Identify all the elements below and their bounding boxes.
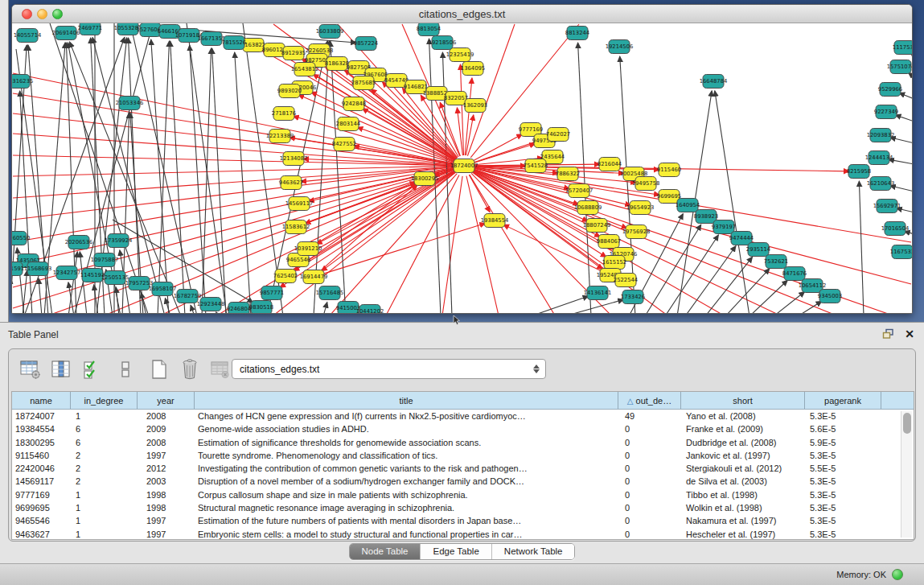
tab-node-table[interactable]: Node Table xyxy=(350,544,421,559)
graph-node-label: 2522544 xyxy=(614,277,638,283)
column-header-title[interactable]: title xyxy=(195,392,618,409)
graph-node-label: 8215958 xyxy=(847,168,871,175)
table-row[interactable]: 977716911998Corpus callosum shape and si… xyxy=(12,488,914,501)
graph-edge-red xyxy=(474,168,911,284)
column-header-year[interactable]: year xyxy=(138,392,195,409)
graph-node-label: 9345003 xyxy=(818,293,842,299)
table-cell: Estimation of the future numbers of pati… xyxy=(195,514,618,527)
graph-edge-black xyxy=(331,41,346,313)
table-row[interactable]: 1872400712008Changes of HCN gene express… xyxy=(12,410,914,422)
table-cell: Franke et al. (2009) xyxy=(681,422,805,435)
graph-edge-black xyxy=(212,48,226,313)
graph-node-label: 9893020 xyxy=(277,88,302,94)
table-row[interactable]: 969969511998Structural magnetic resonanc… xyxy=(12,501,914,514)
tab-network-table[interactable]: Network Table xyxy=(491,544,575,559)
column-header-name[interactable]: name xyxy=(12,392,71,409)
delete-table-button[interactable] xyxy=(179,358,201,381)
new-table-button[interactable] xyxy=(148,358,170,381)
table-mode-button[interactable] xyxy=(19,358,42,381)
table-cell: 0 xyxy=(618,528,681,540)
table-cell: Dudbridge et al. (2008) xyxy=(681,436,805,449)
graph-node-label: 14055714 xyxy=(14,32,42,39)
table-cell: 1 xyxy=(71,501,138,514)
table-cell: Disruption of a novel member of a sodium… xyxy=(195,475,618,488)
float-panel-icon[interactable] xyxy=(882,328,894,340)
window-close-button[interactable] xyxy=(22,9,32,19)
graph-edge-red xyxy=(294,184,417,270)
close-panel-icon[interactable]: ✕ xyxy=(905,328,914,340)
tab-edge-table[interactable]: Edge Table xyxy=(420,544,491,559)
table-row[interactable]: 1830029562008Estimation of significance … xyxy=(12,436,914,449)
table-row[interactable]: 946554611997Estimation of the future num… xyxy=(12,514,914,527)
table-row[interactable]: 946362711997Embryonic stem cells: a mode… xyxy=(12,528,914,540)
table-row[interactable]: 1938455462009Genome-wide association stu… xyxy=(12,422,914,435)
table-cell: 5.5E-5 xyxy=(805,462,881,475)
graph-edge-black xyxy=(323,303,327,313)
column-header-in-degree[interactable]: in_degree xyxy=(71,392,138,409)
graph-node-label: 9857224 xyxy=(354,40,378,47)
graph-node-label: 2803144 xyxy=(336,121,360,127)
graph-node-label: 18300295 xyxy=(411,175,439,182)
table-row[interactable]: 911546021997Tourette syndrome. Phenomeno… xyxy=(12,449,914,462)
graph-node-label: 15692971 xyxy=(873,203,901,209)
column-header-pagerank[interactable]: pagerank xyxy=(805,392,881,409)
graph-node-label: 17359924 xyxy=(105,237,133,244)
graph-node-label: 12213389 xyxy=(266,133,294,139)
column-header-short[interactable]: short xyxy=(681,392,805,409)
table-cell: 0 xyxy=(618,488,681,501)
table-cell: Tourette syndrome. Phenomenology and cla… xyxy=(195,449,618,462)
graph-node-label: 9529966 xyxy=(878,86,902,93)
window-minimize-button[interactable] xyxy=(37,9,47,19)
graph-edge-black xyxy=(895,115,912,122)
table-cell: Yano et al. (2008) xyxy=(681,410,805,422)
table-cell: 2012 xyxy=(138,462,195,475)
table-cell: 1997 xyxy=(138,528,195,540)
graph-node-label: 10391210 xyxy=(294,245,322,252)
table-cell: 1 xyxy=(71,528,138,540)
table-cell: 49 xyxy=(618,410,681,422)
window-title: citations_edges.txt xyxy=(12,8,912,20)
table-cell: Changes of HCN gene expression and I(f) … xyxy=(195,410,618,422)
citation-graph[interactable]: 1872400771638228960128891293522260538982… xyxy=(12,23,912,313)
table-cell: 2008 xyxy=(138,436,195,449)
table-row[interactable]: 2242004622012Investigating the contribut… xyxy=(12,462,914,475)
graph-node-label: 9146821 xyxy=(404,84,428,90)
graph-edge-red xyxy=(474,170,836,313)
table-cell: Structural magnetic resonance image aver… xyxy=(195,501,618,514)
graph-node-label: 25260550 xyxy=(12,235,30,241)
table-cell: 1997 xyxy=(138,449,195,462)
graph-edge-black xyxy=(749,280,787,313)
row-selection-button[interactable] xyxy=(80,358,103,381)
table-selector-dropdown[interactable]: citations_edges.txt xyxy=(232,359,546,379)
table-cell: 1 xyxy=(71,514,138,527)
graph-node-label: 12444134 xyxy=(865,154,893,161)
table-cell: 9463627 xyxy=(12,528,71,540)
graph-node-label: 16914479 xyxy=(300,274,328,280)
window-titlebar[interactable]: citations_edges.txt xyxy=(12,5,912,23)
graph-node-label: 19654923 xyxy=(626,204,655,211)
graph-node-label: 9857771 xyxy=(260,290,284,296)
column-header-out-degree[interactable]: △out_de… xyxy=(618,392,681,409)
graph-node-label: 8216044 xyxy=(598,161,622,167)
show-columns-button[interactable] xyxy=(50,358,72,381)
graph-node-label: 12093832 xyxy=(867,132,895,138)
graph-node-label: 16543812 xyxy=(291,66,319,72)
graph-node-label: 2718176 xyxy=(272,110,296,117)
graph-node-label: 2469771 xyxy=(78,25,102,31)
graph-node-label: 7815526 xyxy=(222,39,246,46)
graph-node-label: 7886322 xyxy=(556,171,580,177)
graph-node-label: 14136141 xyxy=(584,290,612,296)
window-zoom-button[interactable] xyxy=(52,9,63,19)
status-bar: Memory: OK xyxy=(0,563,924,585)
table-row[interactable]: 1456911722003Disruption of a novel membe… xyxy=(12,475,914,488)
graph-node-label: 3931591 xyxy=(12,266,24,272)
table-cell: 6 xyxy=(71,436,138,449)
network-window[interactable]: citations_edges.txt 18724007716382289601… xyxy=(11,4,913,314)
stacked-boxes-button[interactable] xyxy=(114,358,137,381)
table-scrollbar[interactable] xyxy=(901,411,912,538)
scrollbar-thumb[interactable] xyxy=(903,413,911,434)
table-cell: 0 xyxy=(618,422,681,435)
graph-node-label: 8471676 xyxy=(782,270,807,277)
network-canvas[interactable]: 1872400771638228960128891293522260538982… xyxy=(12,23,912,313)
memory-status-label: Memory: OK xyxy=(836,570,886,579)
